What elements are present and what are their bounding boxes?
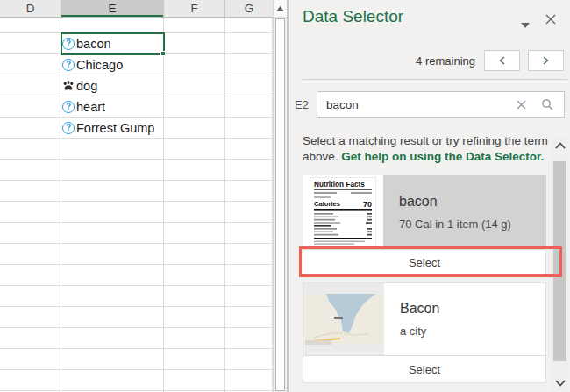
remaining-count: 4 remaining [416,54,475,68]
chevron-down-icon [521,23,530,28]
sheet-row-empty[interactable] [0,307,273,328]
sheet-row-empty[interactable] [0,349,273,370]
result-title: Bacon [400,301,545,317]
result-card-body[interactable]: Bacon a city [303,283,545,355]
sheet-row-empty[interactable] [0,202,273,223]
question-badge-icon: ? [62,38,75,50]
clear-search-button[interactable] [517,100,526,110]
sheet-row-empty[interactable] [0,265,273,286]
sheet-row-empty[interactable] [0,244,273,265]
select-button-bacon-city[interactable]: Select [303,355,545,382]
sheet-grid: ? bacon ? Chicago dog [0,18,273,392]
sheet-row-forrest-gump[interactable]: ? Forrest Gump [0,118,273,139]
column-headers: D E F G [0,0,273,18]
cell-text: heart [76,100,105,114]
search-row: E2 [292,91,565,118]
data-selector-pane: Data Selector 4 remaining E2 [287,0,570,392]
pane-close-button[interactable] [545,12,556,28]
close-icon [545,14,556,25]
cell-e2[interactable]: ? bacon [62,33,111,53]
column-header-d[interactable]: D [0,0,61,18]
result-info: bacon 70 Cal in 1 item (14 g) [383,175,546,249]
column-header-f[interactable]: F [164,0,225,18]
result-info: Bacon a city [384,283,545,355]
sheet-row-bacon[interactable]: ? bacon [0,33,273,54]
scrollbar-thumb[interactable] [553,161,566,361]
nutrition-label-thumbnail: Nutrition Facts Calories 70 [303,175,383,249]
svg-text:Nutrition Facts: Nutrition Facts [314,181,365,189]
chevron-left-icon [499,56,505,65]
chevron-down-icon [555,380,566,387]
sheet-row-empty[interactable] [0,160,273,181]
scroll-down-button[interactable] [552,380,569,387]
column-header-e-selected[interactable]: E [61,0,164,18]
cell-text: dog [76,79,97,93]
sheet-row-chicago[interactable]: ? Chicago [0,54,273,75]
spreadsheet: D E F G ? bacon ? Chicago [0,0,273,392]
next-result-button[interactable] [528,50,564,71]
sheet-row-empty[interactable] [0,328,273,349]
paw-icon [62,80,75,92]
question-badge-icon: ? [62,101,75,113]
magnifier-icon [541,98,553,110]
cell-text: Chicago [76,58,123,72]
scrollbar-thumb[interactable] [275,18,285,391]
chevron-right-icon [543,56,549,65]
help-link[interactable]: Get help on using the Data Selector. [341,150,544,163]
question-badge-icon: ? [62,122,75,134]
result-subtitle: a city [400,324,545,338]
scroll-up-button[interactable] [274,0,287,18]
sheet-row-empty[interactable] [0,181,273,202]
result-title: bacon [399,194,546,210]
chevron-up-icon [555,142,566,149]
remaining-row: 4 remaining [289,50,564,71]
cell-e3[interactable]: ? Chicago [62,54,123,75]
results-list: Nutrition Facts Calories 70 [303,175,546,383]
pane-scrollbar [552,136,569,392]
column-header-g[interactable]: G [225,0,273,18]
result-card-bacon-food: Nutrition Facts Calories 70 [303,175,546,276]
result-card-bacon-city: Bacon a city Select [303,282,546,383]
map-thumbnail [303,283,384,355]
select-button-bacon-food[interactable]: Select [303,249,546,276]
pane-title: Data Selector [303,7,403,26]
scroll-up-button[interactable] [552,142,569,149]
search-box[interactable] [317,91,565,118]
svg-text:Calories: Calories [314,200,340,208]
cell-text: bacon [76,37,111,51]
sheet-scrollbar [273,0,287,392]
question-badge-icon: ? [62,59,75,71]
sheet-row-empty[interactable] [0,139,273,160]
sheet-row-heart[interactable]: ? heart [0,96,273,118]
divider [303,79,567,80]
cell-text: Forrest Gump [76,121,154,135]
search-input[interactable] [317,98,517,111]
sheet-row-dog[interactable]: dog [0,75,273,96]
result-subtitle: 70 Cal in 1 item (14 g) [399,217,546,231]
sheet-row-empty[interactable] [0,223,273,244]
pane-menu-button[interactable] [521,16,530,32]
nutrition-facts-image: Nutrition Facts Calories 70 [310,177,376,247]
clear-x-icon [517,100,526,110]
cell-e4[interactable]: dog [62,75,97,96]
search-button[interactable] [541,98,553,110]
cell-e5[interactable]: ? heart [62,96,105,117]
sheet-row-empty[interactable] [0,18,273,33]
svg-text:70: 70 [363,200,372,209]
cell-e6[interactable]: ? Forrest Gump [62,118,154,138]
cell-reference-label: E2 [292,98,311,111]
triangle-up-icon [276,6,284,11]
previous-result-button[interactable] [484,50,520,71]
excel-window: D E F G ? bacon ? Chicago [0,0,570,392]
instruction-text: Select a matching result or try refining… [303,133,552,164]
sheet-row-empty[interactable] [0,370,273,391]
result-card-body[interactable]: Nutrition Facts Calories 70 [303,175,546,249]
map-image [305,294,382,345]
sheet-row-empty[interactable] [0,286,273,307]
